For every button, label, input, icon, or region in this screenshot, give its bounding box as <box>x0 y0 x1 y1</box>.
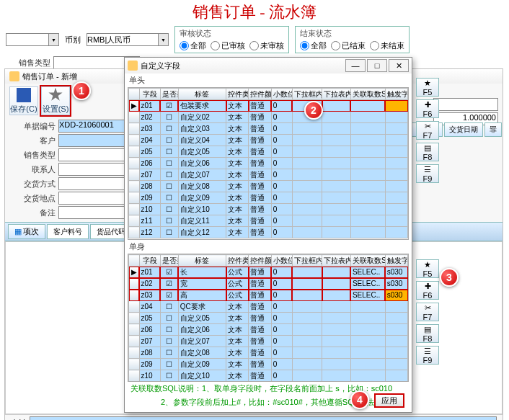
section-header-label: 单头 <box>125 73 412 87</box>
table-row[interactable]: z12☐自定义12文本普通0 <box>129 227 408 238</box>
save-button[interactable]: 保存(C) <box>9 86 38 115</box>
help-text-1: 关联取数SQL说明：1、取单身字段时，在字段名前面加上 s，比如：sc010 <box>125 382 412 396</box>
col-field[interactable]: 字段 <box>139 89 160 100</box>
table-row[interactable]: ▶z01☑包装要求文本普通0 <box>129 100 408 112</box>
delivery-method-label: 交货方式 <box>11 179 56 189</box>
col-ctrl-color[interactable]: 控件颜色 <box>249 89 271 100</box>
table-row[interactable]: z04☐自定义04文本普通0 <box>129 135 408 146</box>
dialog-titlebar[interactable]: 自定义字段 — □ ✕ <box>125 58 412 73</box>
callout-2: 2 <box>304 101 323 120</box>
tab-delivery-date[interactable]: 交货日期 <box>444 122 483 137</box>
list-icon: ☰ <box>424 347 431 356</box>
audit-status-group: 审核状态 全部 已审核 未审核 <box>174 26 289 53</box>
table-row[interactable]: z04☐QC要求文本普通0 <box>129 301 408 313</box>
table-row[interactable]: z07☐自定义07文本普通0 <box>129 169 408 181</box>
f7-button[interactable]: ✂F7 <box>416 121 439 140</box>
currency-label: 币别 <box>65 35 81 45</box>
order-no-label: 单据编号 <box>11 121 56 132</box>
close-status-group: 结束状态 全部 已结束 未结束 <box>295 26 410 53</box>
side-buttons-top: ★F5 ✚F6 ✂F7 ▤F8 ☰F9 <box>416 78 439 183</box>
f6-button[interactable]: ✚F6 <box>416 99 439 118</box>
top-filter-bar: ▼ 币别 ▼ 审核状态 全部 已审核 未审核 结束状态 全部 已结束 未结束 <box>0 24 509 55</box>
section-body-label: 单身 <box>125 240 412 254</box>
f8-button-b[interactable]: ▤F8 <box>416 324 439 343</box>
table-row[interactable]: z02☑宽公式普通0SELEC..s030 <box>129 278 408 290</box>
currency-combo[interactable]: ▼ <box>87 33 169 46</box>
table-row[interactable]: z08☐自定义08文本普通0 <box>129 181 408 192</box>
radio-closed[interactable]: 已结束 <box>331 40 366 51</box>
col-dropdown-table[interactable]: 下拉表内容 <box>322 89 351 100</box>
doc-icon: ▤ <box>424 143 431 153</box>
dialog-title: 自定义字段 <box>141 61 344 71</box>
radio-unaudited[interactable]: 未审核 <box>249 40 284 51</box>
table-row[interactable]: z11☐自定义11文本普通0 <box>129 215 408 227</box>
window-title: 销售订单 - 新增 <box>22 71 77 82</box>
list-icon: ☰ <box>424 165 431 174</box>
plus-icon: ✚ <box>425 282 431 291</box>
header-grid[interactable]: 字段 是否显示 标签 控件类型 控件颜色 小数位数 下拉框内容 下拉表内容 关联… <box>128 87 409 240</box>
remark-label: 备注 <box>11 207 56 218</box>
col-dropdown-content[interactable]: 下拉框内容 <box>292 89 322 100</box>
cut-icon: ✂ <box>425 122 431 131</box>
tab-seq[interactable]: ▦ 项次 <box>8 224 45 239</box>
table-row[interactable]: z05☐自定义05文本普通0 <box>129 313 408 324</box>
f8-button[interactable]: ▤F8 <box>416 143 439 161</box>
f9-button-b[interactable]: ☰F9 <box>416 346 439 365</box>
tab-pack[interactable]: 罪 <box>484 122 502 137</box>
col-decimals[interactable]: 小数位数 <box>271 89 292 100</box>
table-row[interactable]: ▶z01☑长公式普通0SELEC..s030 <box>129 267 408 278</box>
tab-cust-no[interactable]: 客户料号 <box>47 224 89 239</box>
radio-unclosed[interactable]: 未结束 <box>370 40 404 51</box>
table-row[interactable]: z06☐自定义06文本普通0 <box>129 158 408 169</box>
col-label[interactable]: 标签 <box>178 89 226 100</box>
table-row[interactable]: z10☐自定义10文本普通0 <box>129 370 408 382</box>
page-title: 销售订单 - 流水簿 <box>0 0 509 24</box>
col-trigger[interactable]: 触发字段 <box>385 89 407 100</box>
minimize-button[interactable]: — <box>345 59 366 72</box>
table-row[interactable]: z03☑高公式普通0SELEC..s030 <box>129 290 408 301</box>
doc-icon: ▤ <box>424 325 431 334</box>
total-field <box>30 416 497 420</box>
table-row[interactable]: z06☐自定义06文本普通0 <box>129 324 408 336</box>
body-grid[interactable]: 字段 是否显示 标签 控件类型 控件颜色 小数位数 下拉框内容 下拉表内容 关联… <box>128 254 409 382</box>
table-row[interactable]: z02☐自定义02文本普通0 <box>129 112 408 123</box>
callout-3: 3 <box>440 268 459 287</box>
sale-type-label: 销售类型 <box>6 58 50 68</box>
plus-icon: ✚ <box>425 100 431 110</box>
f5-button-b[interactable]: ★F5 <box>416 259 439 278</box>
table-row[interactable]: z03☐自定义03文本普通0 <box>129 123 408 135</box>
col-sql[interactable]: 关联取数SQL <box>350 89 385 100</box>
callout-4: 4 <box>350 390 369 409</box>
col-show[interactable]: 是否显示 <box>160 89 178 100</box>
star-icon: ★ <box>424 260 431 269</box>
contact-label: 联系人 <box>11 164 56 175</box>
table-row[interactable]: z09☐自定义09文本普通0 <box>129 359 408 370</box>
apply-button[interactable]: 应用 <box>374 393 404 408</box>
f9-button[interactable]: ☰F9 <box>416 164 439 183</box>
col-ctrl-type[interactable]: 控件类型 <box>226 89 249 100</box>
right-field-1[interactable] <box>433 98 498 111</box>
star-icon: ★ <box>424 79 431 88</box>
table-row[interactable]: z08☐自定义08文本普通0 <box>129 347 408 359</box>
table-row[interactable]: z05☐自定义05文本普通0 <box>129 146 408 158</box>
delivery-place-label: 交货地点 <box>11 193 56 204</box>
settings-button[interactable]: 设置(S) <box>41 86 70 115</box>
custom-field-dialog: 自定义字段 — □ ✕ 单头 字段 是否显示 标签 控件类型 控件颜色 小数位数… <box>124 57 412 413</box>
sale-type-label2: 销售类型 <box>11 150 56 161</box>
window-icon <box>9 71 19 81</box>
close-button[interactable]: ✕ <box>389 59 409 72</box>
f5-button[interactable]: ★F5 <box>416 78 439 97</box>
radio-audit-all[interactable]: 全部 <box>180 40 206 51</box>
maximize-button[interactable]: □ <box>367 59 387 72</box>
combo-filter-1[interactable]: ▼ <box>6 33 59 46</box>
radio-close-all[interactable]: 全部 <box>300 40 327 51</box>
side-buttons-bottom: ★F5 ✚F6 ✂F7 ▤F8 ☰F9 <box>416 259 439 365</box>
total-label: 合计 <box>11 418 27 421</box>
table-row[interactable]: z07☐自定义07文本普通0 <box>129 336 408 347</box>
table-row[interactable]: z10☐自定义10文本普通0 <box>129 204 408 215</box>
f7-button-b[interactable]: ✂F7 <box>416 303 439 321</box>
f6-button-b[interactable]: ✚F6 <box>416 281 439 300</box>
table-row[interactable]: z09☐自定义09文本普通0 <box>129 192 408 204</box>
customer-label: 客户 <box>11 135 56 146</box>
radio-audited[interactable]: 已审核 <box>211 40 245 51</box>
